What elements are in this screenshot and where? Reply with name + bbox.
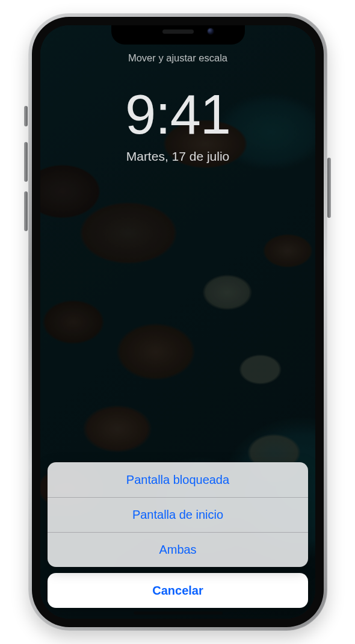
- phone-bezel: Mover y ajustar escala 9:41 Martes, 17 d…: [32, 17, 324, 627]
- mute-switch: [24, 106, 28, 126]
- action-sheet: Pantalla bloqueada Pantalla de inicio Am…: [48, 462, 308, 608]
- lock-clock: 9:41: [40, 83, 315, 146]
- notch: [111, 25, 245, 45]
- set-lock-screen-option[interactable]: Pantalla bloqueada: [48, 462, 308, 497]
- cancel-button[interactable]: Cancelar: [48, 573, 308, 608]
- lock-date: Martes, 17 de julio: [40, 149, 315, 164]
- front-camera-icon: [207, 28, 214, 35]
- phone-frame: Mover y ajustar escala 9:41 Martes, 17 d…: [28, 13, 327, 631]
- screen: Mover y ajustar escala 9:41 Martes, 17 d…: [40, 25, 315, 619]
- set-home-screen-option[interactable]: Pantalla de inicio: [48, 497, 308, 532]
- home-indicator[interactable]: [134, 611, 223, 615]
- set-both-option[interactable]: Ambas: [48, 532, 308, 567]
- move-and-scale-title: Mover y ajustar escala: [40, 52, 315, 64]
- earpiece-speaker-icon: [162, 29, 194, 34]
- side-button: [327, 158, 331, 218]
- volume-down-btn: [24, 191, 28, 231]
- volume-up-btn: [24, 142, 28, 182]
- action-sheet-options: Pantalla bloqueada Pantalla de inicio Am…: [48, 462, 308, 567]
